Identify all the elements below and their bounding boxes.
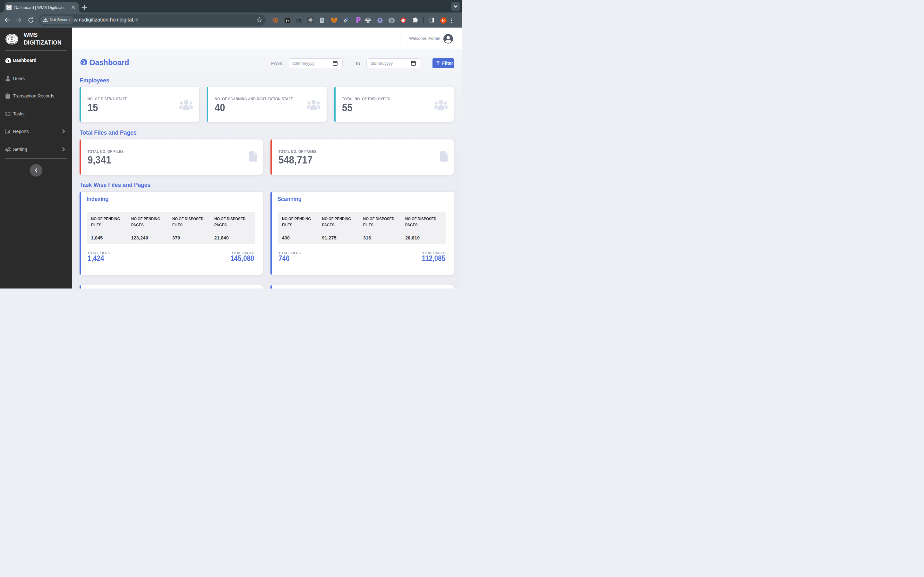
svg-text:}: }: [300, 18, 301, 23]
svg-text:?: ?: [288, 19, 289, 22]
svg-text:{: {: [296, 18, 298, 23]
svg-text:• IMPHAL •: • IMPHAL •: [9, 43, 14, 44]
svg-text:N: N: [442, 19, 445, 23]
